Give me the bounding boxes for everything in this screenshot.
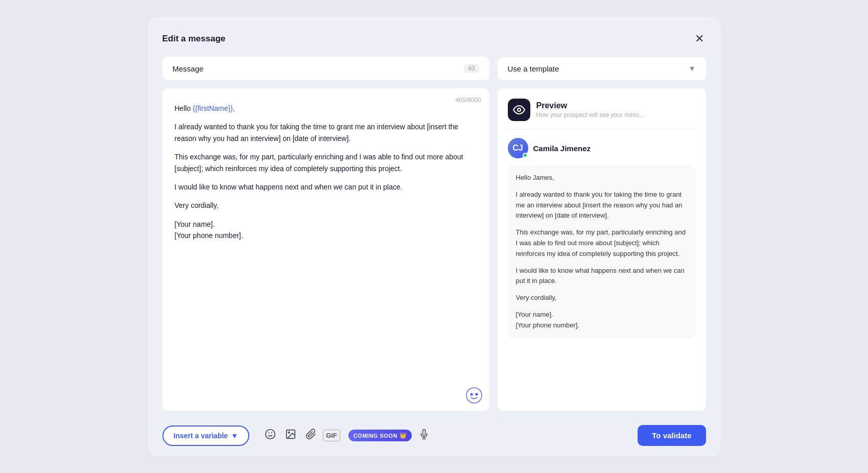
insert-variable-label: Insert a variable — [174, 432, 228, 440]
body-line-3: I would like to know what happens next a… — [175, 181, 477, 193]
template-placeholder: Use a template — [508, 64, 559, 73]
firstname-variable: {{firstName}}, — [193, 104, 235, 112]
image-button[interactable] — [282, 425, 299, 445]
gif-label: GIF — [326, 432, 337, 439]
preview-icon — [508, 99, 530, 121]
svg-point-3 — [518, 108, 521, 111]
microphone-button[interactable] — [416, 426, 432, 445]
preview-title-group: Preview How your prospect will see your … — [536, 101, 644, 119]
preview-line-1: Hello James, — [516, 173, 688, 183]
insert-variable-button[interactable]: Insert a variable ▼ — [162, 425, 249, 446]
insert-variable-chevron-icon: ▼ — [231, 432, 238, 440]
svg-point-8 — [288, 432, 290, 433]
preview-line-2: I already wanted to thank you for taking… — [516, 190, 688, 221]
ai-assist-icon[interactable] — [466, 387, 482, 404]
body-line-1: I already wanted to thank you for taking… — [175, 121, 477, 144]
gif-button[interactable]: GIF — [323, 430, 340, 441]
svg-point-0 — [466, 388, 482, 403]
toolbar-icons: GIF — [262, 425, 340, 445]
close-button[interactable]: ✕ — [693, 31, 706, 46]
message-editor[interactable]: 465/8000 Hello {{firstName}}, I already … — [162, 88, 489, 411]
body-line-2: This exchange was, for my part, particul… — [175, 151, 477, 174]
coming-soon-label: COMING SOON — [354, 433, 397, 439]
avatar: CJ — [508, 138, 528, 158]
message-body: Hello {{firstName}}, I already wanted to… — [175, 103, 477, 242]
preview-header: Preview How your prospect will see your … — [508, 99, 696, 130]
svg-point-1 — [470, 393, 473, 396]
edit-message-modal: Edit a message ✕ Message 43 Use a templa… — [148, 17, 720, 456]
coming-soon-area: COMING SOON 👑 — [348, 426, 433, 445]
bottom-toolbar: Insert a variable ▼ — [162, 417, 706, 456]
contact-name: Camila Jimenez — [533, 144, 591, 153]
message-tab[interactable]: Message 43 — [162, 57, 489, 80]
validate-button[interactable]: To validate — [638, 425, 706, 446]
preview-line-4: I would like to know what happens next a… — [516, 266, 688, 287]
svg-point-2 — [475, 393, 478, 396]
greeting-line: Hello {{firstName}}, — [175, 103, 477, 114]
preview-line-3: This exchange was, for my part, particul… — [516, 227, 688, 259]
preview-panel: Preview How your prospect will see your … — [498, 88, 706, 411]
preview-line-6: [Your name].[Your phone number]. — [516, 310, 688, 331]
editor-char-count: 465/8000 — [455, 96, 481, 105]
coming-soon-badge: COMING SOON 👑 — [348, 430, 412, 441]
preview-title: Preview — [536, 101, 644, 110]
contact-row: CJ Camila Jimenez — [508, 138, 696, 158]
validate-label: To validate — [652, 431, 691, 440]
main-content: 465/8000 Hello {{firstName}}, I already … — [162, 88, 706, 411]
body-line-4: Very cordially, — [175, 200, 477, 211]
attachment-button[interactable] — [302, 425, 320, 445]
message-tab-label: Message — [173, 64, 204, 73]
modal-title: Edit a message — [162, 34, 226, 44]
hello-text: Hello — [175, 104, 193, 112]
message-char-count: 43 — [464, 64, 479, 73]
preview-line-5: Very cordially, — [516, 293, 688, 303]
online-status-indicator — [523, 153, 528, 158]
chevron-down-icon: ▼ — [689, 64, 696, 73]
coming-soon-emoji: 👑 — [400, 432, 407, 439]
body-line-5: [Your name]. [Your phone number]. — [175, 219, 477, 242]
preview-message-box: Hello James, I already wanted to thank y… — [508, 165, 696, 338]
modal-header: Edit a message ✕ — [162, 31, 706, 46]
preview-subtitle: How your prospect will see your mess... — [536, 111, 644, 119]
top-row: Message 43 Use a template ▼ — [162, 57, 706, 80]
template-dropdown[interactable]: Use a template ▼ — [498, 57, 706, 80]
svg-point-4 — [266, 430, 275, 439]
emoji-button[interactable] — [262, 425, 279, 445]
